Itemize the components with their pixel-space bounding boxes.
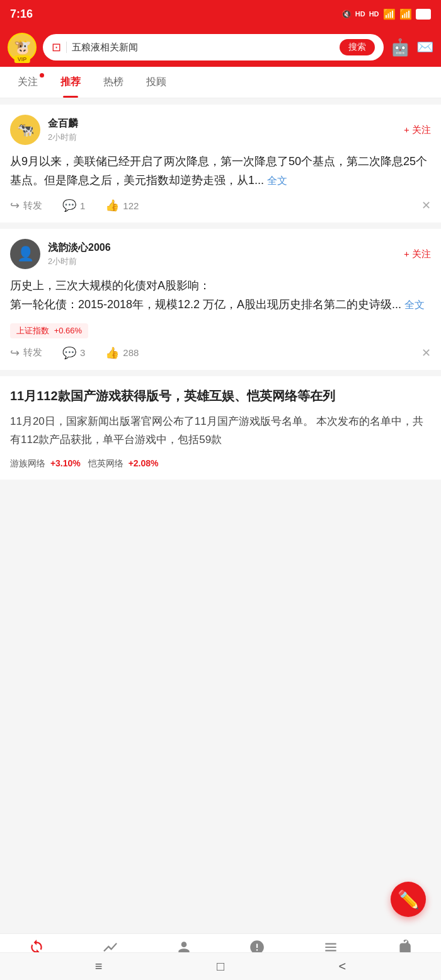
- news-body: 11月20日，国家新闻出版署官网公布了11月国产游戏版号名单。 本次发布的名单中…: [10, 413, 431, 449]
- tab-guanzhu[interactable]: 关注: [6, 67, 49, 98]
- like-icon-1: 👍: [105, 199, 119, 212]
- repost-action-2[interactable]: ↪ 转发: [10, 346, 42, 360]
- user-row-2: 👤 浅韵淡心2006 2小时前 + 关注: [10, 239, 431, 269]
- username-1: 金百麟: [48, 117, 78, 130]
- like-action-2[interactable]: 👍 288: [105, 346, 139, 360]
- user-avatar-vip[interactable]: 🐮 VIP: [8, 33, 37, 62]
- action-row-1: ↪ 转发 💬 1 👍 122 ✕: [10, 199, 431, 212]
- android-nav-bar: ≡ □ <: [0, 952, 441, 980]
- post-time-2: 2小时前: [48, 256, 111, 267]
- tab-tuijian[interactable]: 推荐: [49, 67, 92, 98]
- tab-rebang[interactable]: 热榜: [92, 67, 135, 98]
- android-home-icon[interactable]: □: [217, 959, 224, 974]
- tag-row-2: 上证指数 +0.66%: [10, 323, 431, 338]
- nav-tabs: 关注 推荐 热榜 投顾: [0, 67, 441, 98]
- avatar-2[interactable]: 👤: [10, 239, 40, 269]
- comment-action-1[interactable]: 💬 1: [62, 199, 85, 212]
- post-content-1: 从9月以来，美联储已经开启了两次降息，第一次降息了50个基点，第二次降息25个基…: [10, 153, 431, 190]
- username-2: 浅韵淡心2006: [48, 241, 111, 255]
- repost-icon-1: ↪: [10, 199, 20, 212]
- stock-tag-2[interactable]: 上证指数 +0.66%: [10, 323, 88, 338]
- post-content-2: 历史上，三次大规模的化债对A股影响： 第一轮化债：2015-2018年，规模12…: [10, 277, 431, 314]
- robot-icon[interactable]: 🤖: [390, 38, 410, 57]
- battery-level: 94: [416, 9, 431, 20]
- stock-tag-kaiying[interactable]: 恺英网络 +2.08%: [88, 458, 159, 470]
- signal-icon: 📶: [383, 8, 396, 20]
- user-info-1: 金百麟 2小时前: [48, 117, 78, 143]
- stock-change-youzu: +3.10%: [50, 458, 81, 468]
- close-btn-2[interactable]: ✕: [421, 346, 431, 360]
- follow-btn-2[interactable]: + 关注: [404, 248, 431, 260]
- mail-icon[interactable]: ✉️: [416, 39, 433, 55]
- repost-label-1: 转发: [23, 200, 42, 212]
- status-time: 7:16: [10, 8, 33, 21]
- like-action-1[interactable]: 👍 122: [105, 199, 139, 212]
- comment-icon-2: 💬: [62, 346, 76, 360]
- user-left-1: 🐄 金百麟 2小时前: [10, 115, 78, 145]
- action-row-2: ↪ 转发 💬 3 👍 288 ✕: [10, 346, 431, 360]
- post-card-2: 👤 浅韵淡心2006 2小时前 + 关注 历史上，三次大规模的化债对A股影响： …: [0, 229, 441, 369]
- android-back-icon[interactable]: <: [339, 959, 346, 974]
- search-input-wrap[interactable]: ⊡ 五粮液相关新闻 搜索: [43, 34, 384, 61]
- android-menu-icon[interactable]: ≡: [95, 959, 103, 974]
- news-title[interactable]: 11月112款国产游戏获得版号，英雄互娱、恺英网络等在列: [10, 386, 431, 405]
- stock-name-kaiying: 恺英网络: [88, 458, 123, 468]
- vip-badge: VIP: [14, 55, 30, 63]
- news-card: 11月112款国产游戏获得版号，英雄互娱、恺英网络等在列 11月20日，国家新闻…: [0, 376, 441, 480]
- search-text: 五粮液相关新闻: [72, 42, 335, 54]
- hd-icon: HD: [355, 10, 365, 18]
- wifi-icon: 📶: [399, 8, 412, 20]
- tab-tougou[interactable]: 投顾: [135, 67, 178, 98]
- follow-btn-1[interactable]: + 关注: [404, 124, 431, 136]
- tag-change-2: +0.66%: [54, 326, 82, 335]
- fab-edit-button[interactable]: ✏️: [391, 882, 426, 917]
- status-bar: 7:16 🔇 HD HD 📶 📶 94: [0, 0, 441, 28]
- stock-change-kaiying: +2.08%: [129, 458, 159, 468]
- post-time-1: 2小时前: [48, 132, 78, 143]
- edit-icon: ✏️: [398, 889, 420, 910]
- stock-name-youzu: 游族网络: [10, 458, 45, 468]
- user-row-1: 🐄 金百麟 2小时前 + 关注: [10, 115, 431, 145]
- notification-dot: [40, 73, 44, 78]
- stock-tag-youzu[interactable]: 游族网络 +3.10%: [10, 458, 81, 470]
- user-left-2: 👤 浅韵淡心2006 2小时前: [10, 239, 111, 269]
- full-text-link-2[interactable]: 全文: [404, 299, 425, 310]
- user-info-2: 浅韵淡心2006 2小时前: [48, 241, 111, 267]
- full-text-link-1[interactable]: 全文: [267, 175, 287, 186]
- repost-label-2: 转发: [23, 347, 42, 359]
- scan-icon: ⊡: [52, 40, 61, 54]
- search-bar: 🐮 VIP ⊡ 五粮液相关新闻 搜索 🤖 ✉️: [0, 28, 441, 67]
- like-icon-2: 👍: [105, 346, 119, 360]
- close-btn-1[interactable]: ✕: [421, 199, 431, 212]
- stock-tags: 游族网络 +3.10% 恺英网络 +2.08%: [10, 458, 431, 470]
- status-icons: 🔇 HD HD 📶 📶 94: [341, 8, 431, 20]
- search-button[interactable]: 搜索: [340, 39, 375, 55]
- comment-count-2: 3: [80, 347, 85, 358]
- divider: [66, 42, 67, 53]
- comment-icon-1: 💬: [62, 199, 76, 212]
- repost-action-1[interactable]: ↪ 转发: [10, 199, 42, 212]
- mute-icon: 🔇: [341, 9, 352, 19]
- comment-action-2[interactable]: 💬 3: [62, 346, 85, 360]
- hd2-icon: HD: [369, 10, 379, 18]
- like-count-1: 122: [123, 200, 139, 211]
- repost-icon-2: ↪: [10, 346, 20, 360]
- avatar-1[interactable]: 🐄: [10, 115, 40, 145]
- tag-name-2: 上证指数: [16, 326, 49, 335]
- like-count-2: 288: [123, 347, 139, 358]
- comment-count-1: 1: [80, 200, 85, 211]
- post-card-1: 🐄 金百麟 2小时前 + 关注 从9月以来，美联储已经开启了两次降息，第一次降息…: [0, 105, 441, 222]
